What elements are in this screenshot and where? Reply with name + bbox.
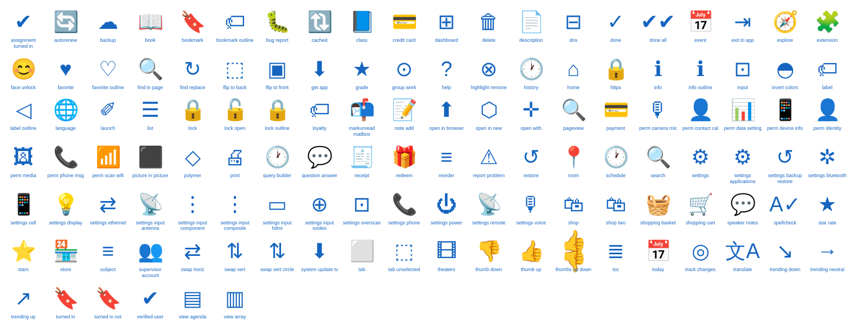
icon-item-find-replace: ↻find replace xyxy=(171,52,214,93)
icon-item-perm-phone-msg: 📞perm phone msg xyxy=(44,140,87,187)
icon-label: settings input svideo xyxy=(299,220,340,232)
icon-item-toc: ≣toc xyxy=(595,234,637,281)
icon-label: shop xyxy=(568,220,579,226)
subject-icon: ≡ xyxy=(102,237,114,265)
icon-label: assignment turned in xyxy=(3,37,43,49)
find-replace-icon: ↻ xyxy=(184,55,201,83)
icon-label: perm phone msg xyxy=(47,173,84,179)
icon-label: receipt xyxy=(354,173,369,179)
grade-icon: ★ xyxy=(353,55,371,83)
receipt-icon: 🧾 xyxy=(349,143,375,171)
icon-label: group work xyxy=(392,85,417,91)
icon-label: schedule xyxy=(606,173,626,179)
perm-media-icon: 🖼 xyxy=(13,143,34,171)
icon-label: payment xyxy=(607,126,626,131)
icon-item-spellcheck: A✓spellcheck xyxy=(764,187,806,234)
icon-item-print: 🖨print xyxy=(214,140,256,187)
track-changes-icon: ◎ xyxy=(692,237,710,265)
theaters-icon: 🎞 xyxy=(436,237,457,265)
icon-item-track-changes: ◎track changes xyxy=(679,234,722,281)
icon-label: perm contact cal xyxy=(682,126,718,131)
icon-label: tab xyxy=(359,267,366,273)
icon-item-picture-in-picture: ⬛picture in picture xyxy=(129,140,171,187)
backup-icon: ☁ xyxy=(98,8,118,36)
icon-label: label outline xyxy=(10,126,36,131)
icon-label: perm identity xyxy=(813,126,841,131)
icon-item-cached: 🔃cached xyxy=(298,4,341,52)
icon-item-schedule: 🕐schedule xyxy=(595,140,637,187)
icon-label: settings voice xyxy=(516,220,546,226)
supervisor-account-icon: 👥 xyxy=(138,237,163,265)
icon-item-get-app: ⬇get app xyxy=(298,52,341,93)
icon-label: info outline xyxy=(688,85,712,91)
icon-label: help xyxy=(442,85,451,91)
icon-label: thumb down xyxy=(475,267,502,273)
icon-item-description: 📄description xyxy=(510,4,552,52)
icon-label: store xyxy=(60,267,71,273)
icon-item-payment: 💳payment xyxy=(595,92,637,140)
icon-item-done: ✓done xyxy=(595,4,637,52)
icon-label: settings cell xyxy=(10,220,36,226)
icon-item-markunread-mailbox: 📬markunread mailbox xyxy=(341,92,383,140)
question-answer-icon: 💬 xyxy=(307,143,333,171)
icon-label: done all xyxy=(649,37,667,43)
icon-label: event xyxy=(694,37,706,43)
face-unlock-icon: 😊 xyxy=(11,55,36,83)
icon-item-info-outline: ℹinfo outline xyxy=(679,52,722,93)
icon-label: polymer xyxy=(184,173,201,179)
icon-item-pageview: 🔍pageview xyxy=(552,92,595,140)
history-icon: 🕐 xyxy=(519,55,544,83)
icon-item-trending-up: ↗trending up xyxy=(2,281,44,322)
icon-item-settings-applications: ⚙settings applications xyxy=(722,140,764,187)
icon-label: settings input antenna xyxy=(130,220,170,232)
icon-label: settings input hdmi xyxy=(257,220,297,232)
icon-item-subject: ≡subject xyxy=(87,234,129,281)
icon-item-invert-colors: ◓invert colors xyxy=(764,52,806,93)
toc-icon: ≣ xyxy=(607,237,624,265)
input-icon: ⊡ xyxy=(734,55,751,83)
icon-label: settings power xyxy=(431,220,462,226)
icon-item-home: ⌂home xyxy=(552,52,595,93)
icon-label: markunread mailbox xyxy=(342,126,382,137)
icon-label: settings phone xyxy=(388,220,420,226)
icon-item-explore: 🧭explore xyxy=(764,4,806,52)
settings-ethernet-icon: ⇄ xyxy=(99,190,117,218)
icon-label: turned in xyxy=(56,314,75,320)
icon-label: description xyxy=(519,37,543,43)
icon-item-find-in-page: 🔍find in page xyxy=(129,52,171,93)
icon-label: settings input component xyxy=(173,220,213,232)
spellcheck-icon: A✓ xyxy=(769,190,800,218)
done-all-icon: ✔✔ xyxy=(641,8,675,36)
icon-label: favorite outline xyxy=(92,85,124,91)
icon-item-shop-two: 🛍shop two xyxy=(595,187,637,234)
icon-item-settings-input-composite: ⋮settings input composite xyxy=(214,187,256,234)
icon-label: speaker notes xyxy=(727,220,758,226)
flip-to-back-icon: ⬚ xyxy=(225,55,245,83)
icon-item-help: ?help xyxy=(425,52,468,93)
settings-overscan-icon: ⊡ xyxy=(353,190,371,218)
settings-bluetooth-icon: ✲ xyxy=(819,143,836,171)
icon-item-settings-input-antenna: 📡settings input antenna xyxy=(129,187,171,234)
favorite-outline-icon: ♡ xyxy=(99,55,117,83)
icon-item-stars: ⭐stars xyxy=(2,234,44,281)
icon-label: open with xyxy=(521,126,542,131)
icon-label: shopping basket xyxy=(640,220,676,226)
icon-item-lock-open: 🔓lock open xyxy=(214,92,256,140)
icon-item-favorite: ♥favorite xyxy=(44,52,87,93)
icon-item-perm-contact-cal: 👤perm contact cal xyxy=(679,92,722,140)
bookmark-icon: 🔖 xyxy=(180,8,206,36)
icon-item-turned-in-not: 🔖turned in not xyxy=(87,281,129,322)
settings-phone-icon: 📞 xyxy=(392,190,417,218)
star-rate-icon: ★ xyxy=(818,190,837,218)
query-builder-icon: 🕐 xyxy=(265,143,290,171)
icon-label: extension xyxy=(817,37,838,43)
icon-label: open in new xyxy=(476,126,502,131)
settings-input-component-icon: ⋮ xyxy=(182,190,203,218)
icon-item-perm-media: 🖼perm media xyxy=(2,140,44,187)
icon-label: info xyxy=(654,85,662,91)
icon-label: swap vert xyxy=(225,267,246,273)
trending-down-icon: ↘ xyxy=(776,237,794,265)
tab-icon: ⬜ xyxy=(349,237,375,265)
icon-label: view array xyxy=(224,314,246,320)
icon-label: print xyxy=(230,173,240,179)
